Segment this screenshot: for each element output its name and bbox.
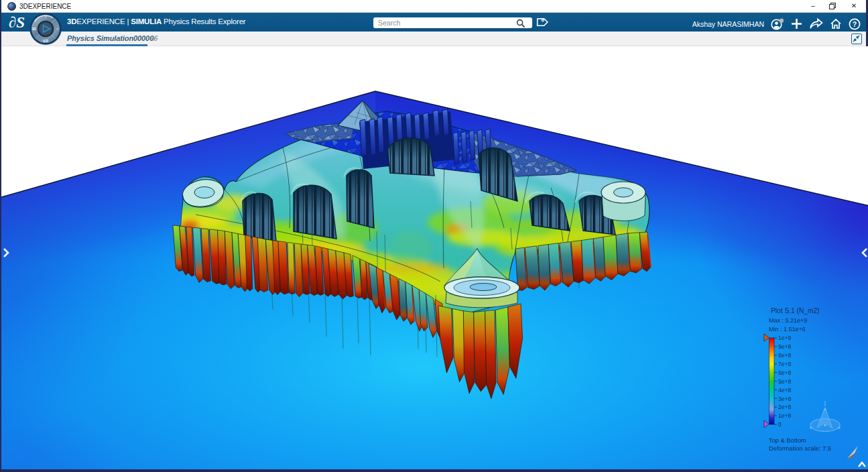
svg-text:3e+8: 3e+8 — [778, 396, 791, 402]
svg-text:?: ? — [853, 20, 857, 28]
svg-text:1e+9: 1e+9 — [778, 335, 791, 341]
svg-text:6e+8: 6e+8 — [778, 369, 791, 376]
svg-text:2e+8: 2e+8 — [778, 404, 791, 410]
svg-text:4e+8: 4e+8 — [778, 387, 791, 394]
svg-text:Plot S.1 (N_m2): Plot S.1 (N_m2) — [771, 307, 819, 314]
svg-text:Max : 5.21e+9: Max : 5.21e+9 — [769, 317, 807, 324]
svg-text:Min : 1.51e+6: Min : 1.51e+6 — [769, 326, 806, 333]
svg-text:0: 0 — [778, 421, 782, 428]
svg-text:5e+8: 5e+8 — [778, 378, 791, 385]
svg-text:V.R: V.R — [43, 39, 48, 43]
svg-text:9e+8: 9e+8 — [778, 343, 791, 350]
svg-text:Y: Y — [44, 15, 47, 19]
svg-text:7e+8: 7e+8 — [778, 361, 791, 367]
svg-text:∂S: ∂S — [9, 14, 25, 31]
svg-text:1e+8: 1e+8 — [778, 412, 791, 419]
svg-text:3D: 3D — [32, 27, 36, 31]
svg-text:Deformation scale: 7.5: Deformation scale: 7.5 — [769, 445, 831, 452]
svg-text:Top & Bottom: Top & Bottom — [769, 437, 806, 444]
svg-text:8e+8: 8e+8 — [778, 352, 791, 359]
